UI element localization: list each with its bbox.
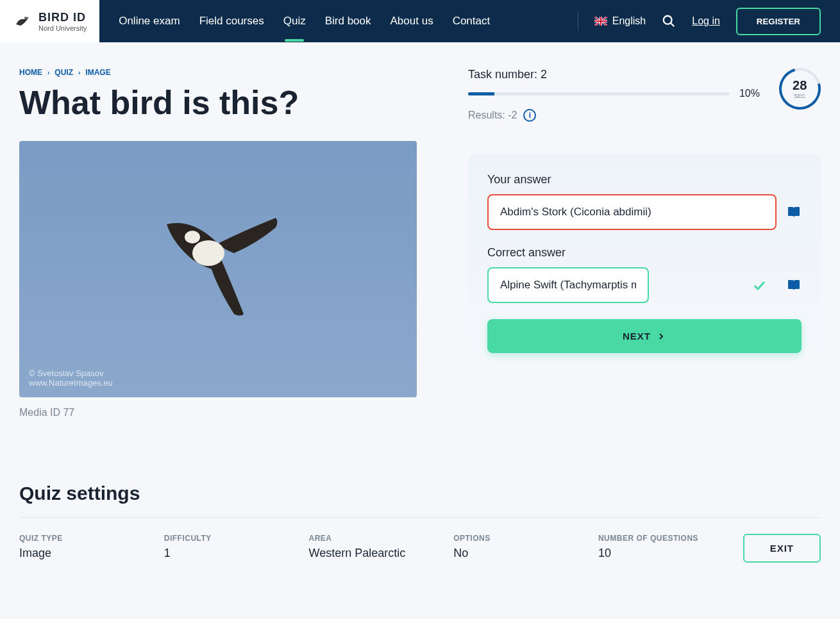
nav-bird-book[interactable]: Bird book bbox=[325, 15, 371, 28]
nav-about-us[interactable]: About us bbox=[391, 15, 433, 28]
quiz-settings: Quiz settings QUIZ TYPE Image DIFFICULTY… bbox=[19, 483, 821, 563]
logo-bird-icon bbox=[13, 12, 32, 31]
svg-point-5 bbox=[185, 231, 200, 243]
info-icon[interactable]: i bbox=[523, 109, 536, 122]
exit-button[interactable]: EXIT bbox=[743, 534, 821, 563]
task-number: Task number: 2 bbox=[468, 68, 760, 81]
nav-online-exam[interactable]: Online exam bbox=[119, 15, 180, 28]
logo-subtitle: Nord University bbox=[38, 24, 87, 32]
breadcrumb-home[interactable]: HOME bbox=[19, 68, 42, 77]
search-icon[interactable] bbox=[662, 14, 676, 28]
settings-question-count: NUMBER OF QUESTIONS 10 bbox=[598, 534, 743, 560]
nav-contact[interactable]: Contact bbox=[453, 15, 491, 28]
watermark-url: www.NatureImages.eu bbox=[29, 378, 113, 388]
logo-title: BIRD ID bbox=[38, 11, 87, 24]
next-button-label: NEXT bbox=[623, 331, 651, 342]
chevron-right-icon bbox=[656, 331, 666, 342]
media-id: Media ID 77 bbox=[19, 407, 417, 418]
settings-difficulty: DIFFICULTY 1 bbox=[164, 534, 309, 560]
language-label: English bbox=[612, 15, 646, 27]
settings-quiz-type: QUIZ TYPE Image bbox=[19, 534, 164, 560]
breadcrumb-image[interactable]: IMAGE bbox=[85, 68, 110, 77]
bird-image[interactable]: © Svetoslav Spasov www.NatureImages.eu bbox=[19, 141, 417, 397]
timer-value: 28 bbox=[793, 78, 807, 93]
nav-links: Online exam Field courses Quiz Bird book… bbox=[119, 15, 578, 28]
answer-panel: Your answer Correct answer bbox=[468, 154, 821, 372]
header: BIRD ID Nord University Online exam Fiel… bbox=[0, 0, 840, 42]
language-selector[interactable]: English bbox=[594, 15, 646, 27]
progress-percent: 10% bbox=[739, 88, 760, 99]
nav-bar: Online exam Field courses Quiz Bird book… bbox=[99, 0, 840, 42]
nav-field-courses[interactable]: Field courses bbox=[199, 15, 264, 28]
svg-point-2 bbox=[664, 16, 672, 24]
timer: 28 SEC bbox=[771, 60, 828, 117]
correct-answer-input[interactable] bbox=[487, 267, 649, 303]
page-title: What bird is this? bbox=[19, 83, 417, 122]
chevron-right-icon: › bbox=[78, 69, 80, 76]
book-icon[interactable] bbox=[786, 277, 802, 293]
timer-unit: SEC bbox=[793, 93, 807, 99]
breadcrumb: HOME › QUIZ › IMAGE bbox=[19, 68, 417, 77]
book-icon[interactable] bbox=[786, 204, 802, 220]
next-button[interactable]: NEXT bbox=[487, 319, 802, 353]
breadcrumb-quiz[interactable]: QUIZ bbox=[55, 68, 73, 77]
divider bbox=[19, 517, 821, 518]
chevron-right-icon: › bbox=[47, 69, 49, 76]
nav-divider bbox=[578, 12, 578, 31]
register-button[interactable]: REGISTER bbox=[736, 8, 821, 35]
logo[interactable]: BIRD ID Nord University bbox=[0, 0, 99, 42]
svg-point-0 bbox=[24, 17, 27, 19]
check-icon bbox=[752, 277, 767, 293]
watermark-author: © Svetoslav Spasov bbox=[29, 368, 113, 378]
your-answer-input[interactable] bbox=[487, 194, 777, 230]
uk-flag-icon bbox=[594, 17, 607, 26]
settings-area: AREA Western Palearctic bbox=[308, 534, 453, 560]
settings-title: Quiz settings bbox=[19, 483, 821, 504]
login-link[interactable]: Log in bbox=[692, 15, 720, 27]
your-answer-label: Your answer bbox=[487, 173, 802, 186]
svg-point-4 bbox=[192, 240, 224, 266]
results-label: Results: -2 bbox=[468, 110, 517, 121]
svg-line-3 bbox=[671, 23, 675, 27]
nav-quiz[interactable]: Quiz bbox=[283, 15, 306, 28]
correct-answer-label: Correct answer bbox=[487, 246, 802, 260]
progress-bar bbox=[468, 92, 730, 95]
settings-options: OPTIONS No bbox=[453, 534, 598, 560]
